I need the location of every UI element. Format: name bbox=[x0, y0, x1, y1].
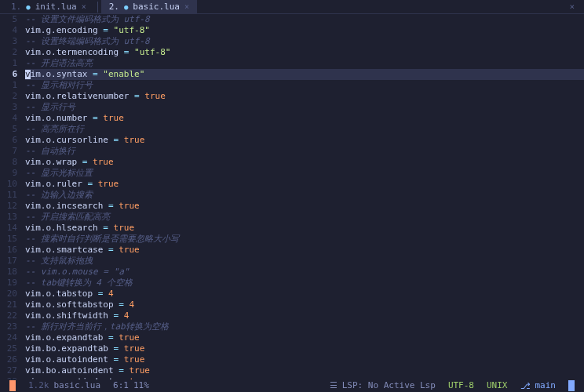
branch-icon: ⎇ bbox=[520, 381, 531, 392]
code-line[interactable]: -- 自动换行 bbox=[25, 146, 584, 157]
git-branch-segment: ⎇ main bbox=[514, 379, 563, 392]
line-number: 9 bbox=[0, 168, 17, 179]
code-line[interactable]: vim.o.smartcase = true bbox=[25, 245, 584, 256]
value-token: "utf-8" bbox=[134, 47, 170, 57]
code-line[interactable]: vim.o.shiftwidth = 4 bbox=[25, 310, 584, 321]
operator-token: = bbox=[119, 47, 134, 57]
line-number: 4 bbox=[0, 25, 17, 36]
statusbar-end bbox=[562, 379, 581, 392]
comment-token: -- 新行对齐当前行，tab转换为空格 bbox=[25, 321, 169, 332]
code-line[interactable]: -- 支持鼠标拖拽 bbox=[25, 256, 584, 267]
code-line[interactable]: -- 边输入边搜索 bbox=[25, 190, 584, 201]
line-number: 19 bbox=[0, 278, 17, 289]
value-token: true bbox=[93, 157, 114, 167]
code-line[interactable]: -- 新行对齐当前行，tab转换为空格 bbox=[25, 321, 584, 332]
code-line[interactable]: -- 显示光标位置 bbox=[25, 168, 584, 179]
identifier-token: v bbox=[25, 69, 31, 79]
operator-token: = bbox=[108, 354, 124, 365]
identifier-token: vim.o.autoindent bbox=[25, 354, 108, 365]
line-number: 3 bbox=[0, 36, 17, 47]
identifier-token: vim.o.ruler bbox=[25, 179, 82, 189]
comment-token: -- 自动换行 bbox=[25, 146, 75, 156]
code-line[interactable]: -- 搜索时自行判断是否需要忽略大小写 bbox=[25, 234, 584, 245]
code-line[interactable]: vim.o.wrap = true bbox=[25, 157, 584, 168]
identifier-token: vim.o.cursorline bbox=[25, 135, 108, 145]
identifier-token: vim.o.smartcase bbox=[25, 245, 103, 255]
scroll-percent: 11% bbox=[133, 380, 149, 391]
code-line[interactable]: vim.o.incsearch = true bbox=[25, 201, 584, 212]
code-line[interactable]: vim.g.encoding = "utf-8" bbox=[25, 25, 584, 36]
code-line[interactable]: -- 设置文件编码格式为 utf-8 bbox=[25, 14, 584, 25]
value-token: 4 bbox=[124, 310, 130, 321]
line-number: 1 bbox=[0, 80, 17, 91]
encoding: UTF-8 bbox=[448, 380, 474, 391]
line-number: 17 bbox=[0, 256, 17, 267]
code-line[interactable]: vim.o.termencoding = "utf-8" bbox=[25, 47, 584, 58]
code-line[interactable]: vim.o.cursorline = true bbox=[25, 135, 584, 146]
line-number: 25 bbox=[0, 343, 17, 354]
code-line[interactable]: vim.o.hlsearch = true bbox=[25, 223, 584, 234]
code-line[interactable]: vim.o.autoindent = true bbox=[25, 354, 584, 365]
file-info-segment: 1.2k basic.lua bbox=[22, 379, 107, 392]
code-line[interactable]: vim.o.syntax = "enable" bbox=[25, 69, 584, 80]
comment-token: -- 边输入边搜索 bbox=[25, 190, 93, 200]
line-number: 1 bbox=[0, 58, 17, 69]
code-line[interactable]: -- 高亮所在行 bbox=[25, 124, 584, 135]
buffer-tab-init-lua[interactable]: 1.●init.lua× bbox=[3, 0, 94, 14]
value-token: true bbox=[119, 201, 140, 211]
code-line[interactable]: -- 显示行号 bbox=[25, 102, 584, 113]
tab-number: 2. bbox=[109, 2, 119, 13]
identifier-token: vim.g.encoding bbox=[25, 25, 98, 35]
comment-token: -- 开启搜索匹配高亮 bbox=[25, 212, 110, 222]
tab-bar: 1.●init.lua×2.●basic.lua× × bbox=[0, 0, 584, 14]
operator-token: = bbox=[98, 25, 114, 35]
code-line[interactable]: vim.o.smartindent = true bbox=[25, 376, 584, 379]
tabbar-right-close-icon[interactable]: × bbox=[563, 2, 581, 13]
tab-close-icon[interactable]: × bbox=[184, 2, 189, 13]
operator-token: = bbox=[108, 343, 124, 354]
code-line[interactable]: -- 设置终端编码格式为 utf-8 bbox=[25, 36, 584, 47]
editor-viewport[interactable]: 5432161234567891011121314151617181920212… bbox=[0, 14, 584, 379]
fileformat: UNIX bbox=[487, 380, 508, 391]
code-line[interactable]: vim.o.ruler = true bbox=[25, 179, 584, 190]
identifier-token: im.o.syntax bbox=[31, 69, 88, 79]
identifier-token: vim.o.incsearch bbox=[25, 201, 103, 211]
code-line[interactable]: -- vim.o.mouse = "a" bbox=[25, 267, 584, 278]
operator-token: = bbox=[77, 157, 93, 167]
value-token: true bbox=[124, 343, 145, 354]
operator-token: = bbox=[82, 179, 98, 189]
tab-close-icon[interactable]: × bbox=[82, 2, 86, 13]
cursor-position: 6:1 bbox=[113, 380, 129, 391]
buffer-tab-basic-lua[interactable]: 2.●basic.lua× bbox=[101, 0, 197, 14]
line-number: 2 bbox=[0, 91, 17, 102]
identifier-token: vim.o.tabstop bbox=[25, 289, 93, 299]
code-line[interactable]: vim.o.tabstop = 4 bbox=[25, 289, 584, 299]
line-number: 21 bbox=[0, 299, 17, 310]
line-number: 6 bbox=[0, 135, 17, 146]
code-line[interactable]: -- tab键转换为 4 个空格 bbox=[25, 278, 584, 289]
code-line[interactable]: vim.o.relativenumber = true bbox=[25, 91, 584, 102]
code-line[interactable]: vim.o.number = true bbox=[25, 113, 584, 124]
line-number: 13 bbox=[0, 212, 17, 223]
code-line[interactable]: vim.bo.autoindent = true bbox=[25, 365, 584, 376]
value-token: 4 bbox=[129, 299, 134, 310]
identifier-token: vim.o.softtabstop bbox=[25, 299, 114, 310]
operator-token: = bbox=[87, 113, 103, 123]
code-line[interactable]: -- 开启搜索匹配高亮 bbox=[25, 212, 584, 223]
code-line[interactable]: -- 显示相对行号 bbox=[25, 80, 584, 91]
value-token: true bbox=[129, 376, 150, 379]
identifier-token: vim.bo.autoindent bbox=[25, 365, 114, 376]
code-line[interactable]: -- 开启语法高亮 bbox=[25, 58, 584, 69]
line-number: 20 bbox=[0, 289, 17, 299]
operator-token: = bbox=[87, 69, 103, 79]
value-token: true bbox=[124, 135, 145, 145]
code-line[interactable]: vim.bo.expandtab = true bbox=[25, 343, 584, 354]
code-area[interactable]: -- 设置文件编码格式为 utf-8vim.g.encoding = "utf-… bbox=[22, 14, 584, 379]
identifier-token: vim.o.termencoding bbox=[25, 47, 119, 57]
comment-token: -- 搜索时自行判断是否需要忽略大小写 bbox=[25, 234, 179, 244]
cursor-position-segment: 6:1 11% bbox=[107, 379, 155, 392]
code-line[interactable]: vim.o.softtabstop = 4 bbox=[25, 299, 584, 310]
line-number: 15 bbox=[0, 234, 17, 245]
line-number-gutter: 5432161234567891011121314151617181920212… bbox=[0, 14, 22, 379]
code-line[interactable]: vim.o.expandtab = true bbox=[25, 332, 584, 343]
